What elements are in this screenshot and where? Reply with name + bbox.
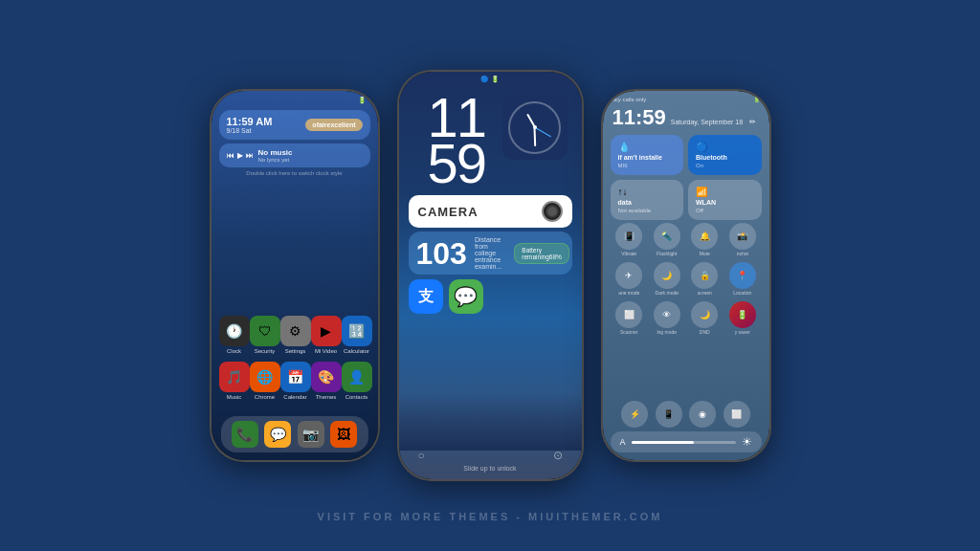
- phone2-analog-clock: [502, 95, 568, 160]
- app-clock[interactable]: 🕐 Clock: [219, 316, 250, 354]
- location-circle: 📍: [729, 262, 756, 289]
- phone3-bottom: ⚡ 📱 ◉ ⬜ A ☀: [611, 401, 762, 452]
- ctrl-dnd[interactable]: 🌙 DND: [691, 301, 718, 335]
- ctrl-screen[interactable]: 🔒 screen: [691, 262, 718, 296]
- app-mivideo[interactable]: ▶ Mi Video: [311, 316, 342, 354]
- tile-data-title: data: [618, 199, 677, 206]
- brightness-track[interactable]: [632, 441, 736, 444]
- countdown-number: 103: [416, 238, 467, 269]
- ctrl-flashlight[interactable]: 🔦 Flashlight: [654, 223, 680, 256]
- apps-row-2: 🎵 Music 🌐 Chrome 📅 Calendar 🎨: [219, 362, 370, 400]
- app-music[interactable]: 🎵 Music: [219, 362, 250, 400]
- phone3-time: 11:59: [612, 105, 666, 130]
- ctrl-scanner[interactable]: ⬜ Scanner: [615, 301, 642, 335]
- app-calendar[interactable]: 📅 Calendar: [280, 362, 311, 400]
- scanner-label: Scanner: [620, 329, 638, 335]
- phone2-mini-apps: 支 💬: [399, 279, 582, 314]
- dock-camera[interactable]: 📷: [298, 421, 324, 448]
- airplane-label: ane mode: [618, 290, 639, 296]
- phone1-battery-icon: 🔋: [358, 97, 367, 104]
- themes-app-icon: 🎨: [311, 362, 342, 392]
- phone1-clock-info: 11:59 AM 9/18 Sat: [227, 116, 273, 134]
- screen-label: screen: [698, 290, 712, 296]
- app-chrome[interactable]: 🌐 Chrome: [250, 362, 280, 400]
- tile-data[interactable]: ↑↓ data Not available: [611, 180, 684, 220]
- wechat-app[interactable]: 💬: [449, 279, 483, 314]
- prev-button[interactable]: ⏮: [227, 151, 234, 160]
- darkmode-label: Dark mode: [656, 290, 679, 296]
- phone1-time: 11:59 AM: [227, 116, 273, 127]
- play-button[interactable]: ▶: [237, 151, 243, 160]
- ctrl-vibrate[interactable]: 📳 Vibrate: [615, 223, 642, 256]
- ctrl-lightning[interactable]: ⚡: [621, 401, 648, 428]
- tile-water[interactable]: 💧 if am't installe MI6: [611, 135, 684, 175]
- phone1-clock-widget[interactable]: 11:59 AM 9/18 Sat ofairexcellent: [219, 110, 370, 140]
- tile-bluetooth-sub: On: [696, 163, 754, 168]
- phone1-status-bar: 🔋: [212, 91, 378, 106]
- phone-1-bg: 🔋 11:59 AM 9/18 Sat ofairexcellent ⏮ ▶: [212, 91, 378, 460]
- tile-bluetooth[interactable]: 🔵 Bluetooth On: [688, 135, 762, 175]
- music-app-label: Music: [227, 394, 242, 400]
- data-icon: ↑↓: [618, 187, 677, 197]
- phone1-music-widget[interactable]: ⏮ ▶ ⏭ No music No lyrics yet: [219, 143, 370, 167]
- bluetooth-icon: 🔵: [696, 142, 754, 152]
- minute-hand: [534, 127, 536, 146]
- music-app-icon: 🎵: [219, 362, 250, 392]
- app-security[interactable]: 🛡 Security: [250, 316, 280, 354]
- camera-label: CAMERA: [418, 205, 536, 219]
- chrome-app-icon: 🌐: [250, 362, 280, 392]
- phone3-status-right: 🔋: [753, 96, 760, 102]
- screen-circle: 🔒: [691, 262, 718, 289]
- app-settings[interactable]: ⚙ Settings: [280, 316, 311, 354]
- dock-gallery[interactable]: 🖼: [330, 421, 357, 448]
- phone-1: 🔋 11:59 AM 9/18 Sat ofairexcellent ⏮ ▶: [210, 89, 380, 462]
- vibrate-label: Vibrate: [621, 251, 636, 256]
- tile-data-sub: Not available: [618, 208, 677, 213]
- phone2-circle-icon: ○: [418, 449, 425, 462]
- phone3-status-left: ncy calls only: [612, 97, 647, 102]
- tile-wlan[interactable]: 📶 WLAN Off: [688, 180, 762, 220]
- calculator-app-icon: 🔢: [342, 316, 372, 346]
- phone-1-screen: 🔋 11:59 AM 9/18 Sat ofairexcellent ⏮ ▶: [212, 91, 378, 460]
- ctrl-airplane[interactable]: ✈ ane mode: [615, 262, 642, 296]
- dnd-label: DND: [700, 329, 710, 335]
- phone2-camera-widget[interactable]: CAMERA: [409, 195, 572, 228]
- dock-messages[interactable]: 💬: [264, 421, 291, 448]
- ctrl-darkmode[interactable]: 🌙 Dark mode: [654, 262, 680, 296]
- ctrl-record[interactable]: ◉: [689, 401, 716, 428]
- dock-phone[interactable]: 📞: [232, 421, 258, 448]
- ctrl-mobile[interactable]: 📱: [656, 401, 682, 428]
- ctrl-location[interactable]: 📍 Location: [729, 262, 756, 296]
- contacts-app-icon: 👤: [342, 362, 372, 392]
- battery-saver-circle: 🔋: [729, 301, 756, 328]
- tile-bluetooth-title: Bluetooth: [696, 154, 754, 161]
- slide-text: Slide up to unlock: [463, 465, 516, 472]
- reading-label: lng mode: [657, 329, 677, 335]
- ctrl-row-2: ✈ ane mode 🌙 Dark mode 🔒 screen 📍 Locati…: [603, 259, 769, 298]
- ctrl-mute[interactable]: 🔔 Mute: [691, 223, 718, 256]
- analog-face: [508, 101, 561, 154]
- tile-wlan-title: WLAN: [696, 199, 754, 206]
- app-calculator[interactable]: 🔢 Calculator: [342, 316, 372, 354]
- ctrl-reading[interactable]: 👁 lng mode: [654, 301, 680, 335]
- city-silhouette: [399, 393, 582, 451]
- phone1-weather: ofairexcellent: [305, 119, 362, 131]
- chrome-app-label: Chrome: [255, 394, 275, 400]
- wechat-icon: 💬: [454, 285, 478, 308]
- wlan-icon: 📶: [696, 187, 754, 197]
- security-app-label: Security: [255, 348, 276, 354]
- ctrl-battery-saver[interactable]: 🔋 y saver: [729, 301, 756, 335]
- darkmode-circle: 🌙: [654, 262, 680, 289]
- alipay-app[interactable]: 支: [409, 279, 443, 314]
- ctrl-screenshot[interactable]: 📸 nshot: [729, 223, 756, 256]
- app-themes[interactable]: 🎨 Themes: [311, 362, 342, 400]
- phone3-edit-icon[interactable]: ✏: [749, 118, 756, 126]
- next-button[interactable]: ⏭: [246, 151, 254, 160]
- flashlight-label: Flashlight: [657, 251, 677, 256]
- ctrl-screen2[interactable]: ⬜: [724, 401, 750, 428]
- screenshot-label: nshot: [737, 251, 748, 256]
- watermark: VISIT FOR MORE THEMES - MIUITHEMER.COM: [318, 511, 663, 522]
- camera-lens-icon: [542, 201, 563, 222]
- phone2-camera-row: CAMERA: [399, 191, 582, 231]
- app-contacts[interactable]: 👤 Contacts: [342, 362, 372, 400]
